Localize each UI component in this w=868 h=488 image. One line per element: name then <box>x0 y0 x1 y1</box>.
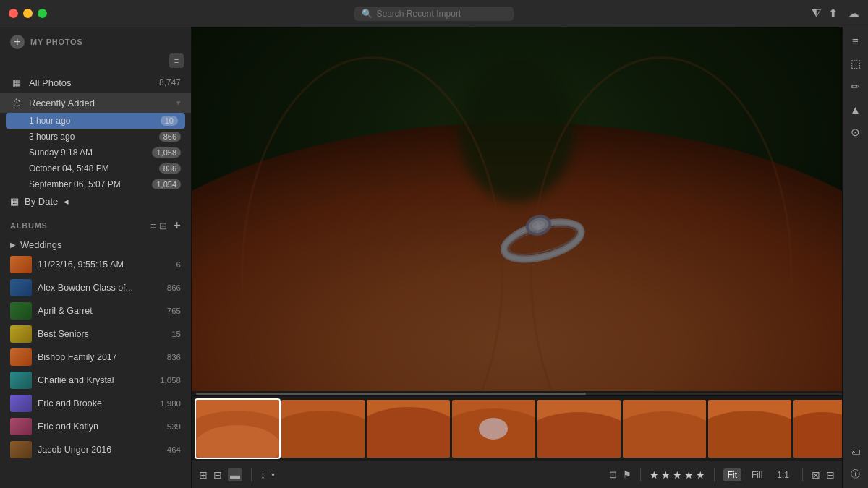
star-3[interactable]: ★ <box>673 469 682 481</box>
star-2[interactable]: ★ <box>661 469 671 481</box>
fit-button[interactable]: Fit <box>723 468 741 481</box>
filmstrip-thumb-2[interactable] <box>367 400 450 458</box>
filmstrip-thumb-7[interactable] <box>793 400 842 458</box>
filmstrip-thumb-5[interactable] <box>623 400 706 458</box>
filmstrip-thumb-1[interactable] <box>281 400 365 458</box>
titlebar-search-area: 🔍 <box>56 7 812 21</box>
albums-add-button[interactable]: + <box>173 219 181 232</box>
sidebar-add-button[interactable]: + <box>10 35 25 49</box>
svg-point-30 <box>793 412 842 458</box>
star-1[interactable]: ★ <box>650 469 659 481</box>
main-image-container[interactable] <box>192 27 842 391</box>
crop-icon[interactable]: ⊡ <box>609 469 617 480</box>
album-thumb-7 <box>10 418 32 435</box>
sidebar-item-by-date[interactable]: ▦ By Date ◂ <box>0 192 191 210</box>
album-thumb-1 <box>10 279 32 296</box>
albums-grid-view-icon[interactable]: ⊞ <box>159 221 167 231</box>
compare-icon[interactable]: ⊠ <box>812 469 820 481</box>
crop-tool-icon[interactable]: ⬚ <box>851 57 861 70</box>
recently-added-subitem-0[interactable]: 1 hour ago 10 <box>6 113 185 129</box>
by-date-label: By Date <box>25 196 58 207</box>
star-4[interactable]: ★ <box>684 469 694 481</box>
album-thumb-2 <box>10 302 32 320</box>
albums-header: ALBUMS ≡ ⊞ + <box>0 210 191 236</box>
ra-item-count-4: 1,054 <box>152 179 181 189</box>
dual-view-icon[interactable]: ⊟ <box>826 469 835 481</box>
albums-label: ALBUMS <box>10 221 150 230</box>
recently-added-subitem-2[interactable]: Sunday 9:18 AM 1,058 <box>0 145 191 160</box>
albums-list-view-icon[interactable]: ≡ <box>150 221 156 231</box>
fill-button[interactable]: Fill <box>747 468 767 481</box>
ra-item-label-4: September 06, 5:07 PM <box>29 179 146 189</box>
album-item-1[interactable]: Alex Bowden Class of... 866 <box>0 276 191 299</box>
my-photos-label: MY PHOTOS <box>30 38 83 46</box>
filmstrip-thumb-0[interactable] <box>196 400 279 458</box>
album-item-4[interactable]: Bishop Family 2017 836 <box>0 346 191 369</box>
recently-added-chevron: ▾ <box>176 98 181 108</box>
svg-rect-12 <box>192 27 842 391</box>
star-5[interactable]: ★ <box>696 469 705 481</box>
right-toolbar: ≡ ⬚ ✏ ▲ ⊙ 🏷 ⓘ <box>842 27 868 488</box>
album-count-1: 866 <box>167 283 181 292</box>
svg-point-26 <box>623 411 706 458</box>
album-item-8[interactable]: Jacob Unger 2016 464 <box>0 438 191 461</box>
sidebar-item-recently-added[interactable]: ⏱ Recently Added ▾ <box>0 93 191 113</box>
radial-filter-icon[interactable]: ⊙ <box>851 126 860 139</box>
album-item-0[interactable]: 11/23/16, 9:55:15 AM 6 <box>0 253 191 276</box>
info-icon[interactable]: ⓘ <box>851 468 860 481</box>
filmstrip-thumb-4[interactable] <box>537 400 621 458</box>
minimize-button[interactable] <box>23 9 33 18</box>
album-count-6: 1,980 <box>160 399 181 408</box>
recently-added-subitem-3[interactable]: October 04, 5:48 PM 836 <box>0 160 191 176</box>
by-date-icon: ▦ <box>10 196 19 207</box>
album-item-3[interactable]: Best Seniors 15 <box>0 322 191 346</box>
ra-item-count-0: 10 <box>161 116 178 126</box>
photo-main: ⊞ ⊟ ▬ ↕ ▾ ⊡ ⚑ ★ ★ ★ ★ ★ <box>192 27 842 488</box>
filmstrip-thumb-6[interactable] <box>708 400 791 458</box>
recently-added-subitem-1[interactable]: 3 hours ago 866 <box>0 129 191 145</box>
maximize-button[interactable] <box>38 9 47 18</box>
cloud-icon[interactable]: ☁ <box>848 7 859 20</box>
share-icon[interactable]: ⬆ <box>828 7 838 20</box>
album-item-7[interactable]: Eric and Katlyn 539 <box>0 415 191 438</box>
album-item-2[interactable]: April & Garret 765 <box>0 299 191 322</box>
sort-icon[interactable]: ↕ <box>260 469 265 481</box>
album-thumb-0 <box>10 256 32 273</box>
ra-item-count-2: 1,058 <box>152 147 181 158</box>
all-photos-label: All Photos <box>29 77 153 88</box>
all-photos-icon: ▦ <box>10 76 23 89</box>
filter-icon[interactable]: ⧨ <box>812 7 821 20</box>
albums-view-icons: ≡ ⊞ <box>150 221 168 231</box>
close-button[interactable] <box>9 9 18 18</box>
bottom-toolbar: ⊞ ⊟ ▬ ↕ ▾ ⊡ ⚑ ★ ★ ★ ★ ★ <box>192 461 842 488</box>
heal-tool-icon[interactable]: ✏ <box>851 80 860 93</box>
view-mode-single-icon[interactable]: ▬ <box>228 468 242 481</box>
sidebar-item-all-photos[interactable]: ▦ All Photos 8,747 <box>0 72 191 93</box>
recently-added-subitem-4[interactable]: September 06, 5:07 PM 1,054 <box>0 176 191 192</box>
flag-icon[interactable]: ⚑ <box>623 469 631 480</box>
album-thumb-4 <box>10 348 32 366</box>
search-input[interactable] <box>377 9 493 19</box>
adjust-sliders-icon[interactable]: ≡ <box>852 35 859 47</box>
album-name-1: Alex Bowden Class of... <box>38 283 161 293</box>
album-count-7: 539 <box>167 422 181 431</box>
star-rating: ★ ★ ★ ★ ★ <box>650 469 705 481</box>
tag-icon[interactable]: 🏷 <box>851 448 860 458</box>
toolbar-divider-3 <box>714 468 715 481</box>
filmstrip-thumb-3[interactable] <box>452 400 535 458</box>
album-name-3: Best Seniors <box>38 329 166 339</box>
filter-area: ⧨ <box>812 7 828 20</box>
view-mode-grid-icon[interactable]: ⊞ <box>199 469 208 481</box>
album-item-5[interactable]: Charlie and Krystal 1,058 <box>0 369 191 392</box>
sort-chevron[interactable]: ▾ <box>271 471 275 479</box>
one-to-one-button[interactable]: 1:1 <box>773 468 793 481</box>
all-photos-count: 8,747 <box>159 77 181 87</box>
brush-tool-icon[interactable]: ▲ <box>850 103 861 116</box>
album-name-2: April & Garret <box>38 306 161 316</box>
album-item-6[interactable]: Eric and Brooke 1,980 <box>0 392 191 415</box>
sidebar-list-view-button[interactable]: ≡ <box>169 53 184 68</box>
view-mode-list-icon[interactable]: ⊟ <box>213 469 222 481</box>
toolbar-divider-4 <box>802 468 803 481</box>
recently-added-label: Recently Added <box>29 98 171 108</box>
album-group-weddings[interactable]: ▶ Weddings <box>0 236 191 253</box>
